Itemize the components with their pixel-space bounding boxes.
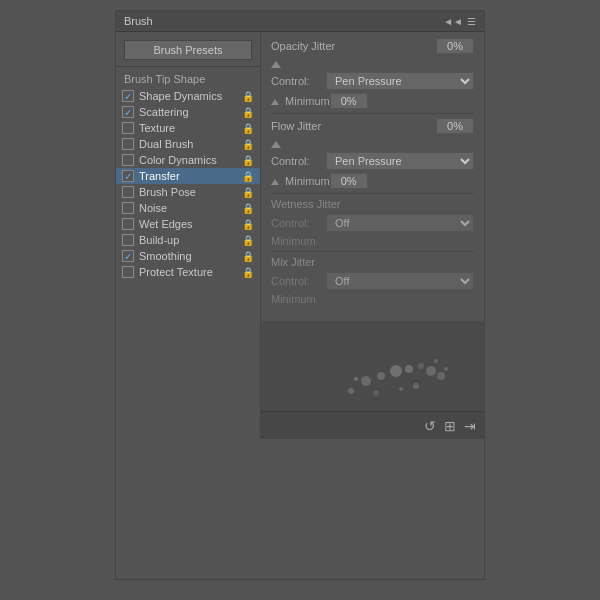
minimum-row-3: Minimum xyxy=(271,235,474,247)
item-label-dual-brush: Dual Brush xyxy=(139,138,193,150)
mix-jitter-row: Mix Jitter xyxy=(271,256,474,268)
lock-icon-brush-pose: 🔒 xyxy=(242,187,254,198)
flow-jitter-label: Flow Jitter xyxy=(271,120,436,132)
list-item[interactable]: ✓ Scattering 🔒 xyxy=(116,104,260,120)
svg-point-4 xyxy=(405,365,413,373)
checkbox-shape-dynamics[interactable]: ✓ xyxy=(122,90,134,102)
item-label-color-dynamics: Color Dynamics xyxy=(139,154,217,166)
bottom-icon-2[interactable]: ⊞ xyxy=(444,418,456,434)
minimum-label-2: Minimum xyxy=(271,175,330,187)
bottom-icon-1[interactable]: ↺ xyxy=(424,418,436,434)
panel-body: Brush Presets Brush Tip Shape ✓ Shape Dy… xyxy=(116,32,484,439)
checkbox-dual-brush[interactable] xyxy=(122,138,134,150)
lock-icon-smoothing: 🔒 xyxy=(242,251,254,262)
divider-3 xyxy=(271,251,474,252)
checkbox-color-dynamics[interactable] xyxy=(122,154,134,166)
item-label-brush-pose: Brush Pose xyxy=(139,186,196,198)
triangle-up-icon-1 xyxy=(271,61,281,68)
svg-point-10 xyxy=(373,390,379,396)
triangle-min-1 xyxy=(271,99,279,105)
checkbox-brush-pose[interactable] xyxy=(122,186,134,198)
panel-wrapper: Brush ◄◄ ☰ Brush Presets Brush Tip Shape… xyxy=(0,0,600,600)
svg-point-9 xyxy=(399,387,403,391)
item-label-transfer: Transfer xyxy=(139,170,180,182)
checkbox-smoothing[interactable]: ✓ xyxy=(122,250,134,262)
list-item-active[interactable]: ✓ Transfer 🔒 xyxy=(116,168,260,184)
section-arrow-2 xyxy=(271,138,474,149)
checkbox-build-up[interactable] xyxy=(122,234,134,246)
minimum-label-1: Minimum xyxy=(271,95,330,107)
minimum-input-2[interactable] xyxy=(330,173,368,189)
triangle-min-2 xyxy=(271,179,279,185)
svg-point-0 xyxy=(348,388,354,394)
list-item[interactable]: ✓ Smoothing 🔒 xyxy=(116,248,260,264)
lock-icon-wet-edges: 🔒 xyxy=(242,219,254,230)
svg-point-3 xyxy=(390,365,402,377)
minimum-row-1: Minimum xyxy=(271,93,474,109)
minimum-label-4: Minimum xyxy=(271,293,316,305)
collapse-icon[interactable]: ◄◄ xyxy=(443,16,463,27)
opacity-jitter-row: Opacity Jitter xyxy=(271,38,474,54)
checkbox-wet-edges[interactable] xyxy=(122,218,134,230)
control-select-4[interactable]: Off xyxy=(326,272,474,290)
panel-title: Brush xyxy=(124,15,153,27)
brush-preview-area xyxy=(261,321,484,411)
brush-presets-btn-wrap: Brush Presets xyxy=(116,32,260,67)
item-label-wet-edges: Wet Edges xyxy=(139,218,193,230)
list-item[interactable]: Wet Edges 🔒 xyxy=(116,216,260,232)
item-label-smoothing: Smoothing xyxy=(139,250,192,262)
item-label-build-up: Build-up xyxy=(139,234,179,246)
title-bar: Brush ◄◄ ☰ xyxy=(116,11,484,32)
panel-controls: ◄◄ ☰ xyxy=(443,16,476,27)
svg-point-7 xyxy=(437,372,445,380)
triangle-up-icon-2 xyxy=(271,141,281,148)
control-label-1: Control: xyxy=(271,75,326,87)
control-label-4: Control: xyxy=(271,275,326,287)
svg-point-11 xyxy=(354,377,358,381)
wetness-jitter-row: Wetness Jitter xyxy=(271,198,474,210)
divider-1 xyxy=(271,113,474,114)
list-item[interactable]: Protect Texture 🔒 xyxy=(116,264,260,280)
lock-icon-build-up: 🔒 xyxy=(242,235,254,246)
right-content: Opacity Jitter Control: Pen Pressure xyxy=(261,32,484,315)
list-item[interactable]: Color Dynamics 🔒 xyxy=(116,152,260,168)
item-label-shape-dynamics: Shape Dynamics xyxy=(139,90,222,102)
flow-jitter-input[interactable] xyxy=(436,118,474,134)
control-row-4: Control: Off xyxy=(271,272,474,290)
control-select-2[interactable]: Pen Pressure xyxy=(326,152,474,170)
control-row-2: Control: Pen Pressure xyxy=(271,152,474,170)
control-select-1[interactable]: Pen Pressure xyxy=(326,72,474,90)
minimum-row-4: Minimum xyxy=(271,293,474,305)
minimum-input-1[interactable] xyxy=(330,93,368,109)
menu-icon[interactable]: ☰ xyxy=(467,16,476,27)
checkbox-transfer[interactable]: ✓ xyxy=(122,170,134,182)
opacity-jitter-label: Opacity Jitter xyxy=(271,40,436,52)
lock-icon-color-dynamics: 🔒 xyxy=(242,155,254,166)
bottom-icon-3[interactable]: ⇥ xyxy=(464,418,476,434)
svg-point-8 xyxy=(413,383,419,389)
minimum-label-3: Minimum xyxy=(271,235,316,247)
checkbox-protect-texture[interactable] xyxy=(122,266,134,278)
flow-jitter-row: Flow Jitter xyxy=(271,118,474,134)
item-label-noise: Noise xyxy=(139,202,167,214)
opacity-jitter-input[interactable] xyxy=(436,38,474,54)
checkbox-noise[interactable] xyxy=(122,202,134,214)
list-item[interactable]: Texture 🔒 xyxy=(116,120,260,136)
svg-point-5 xyxy=(418,363,424,369)
checkbox-scattering[interactable]: ✓ xyxy=(122,106,134,118)
control-select-3[interactable]: Off xyxy=(326,214,474,232)
list-item[interactable]: Build-up 🔒 xyxy=(116,232,260,248)
svg-point-12 xyxy=(434,359,438,363)
control-row-1: Control: Pen Pressure xyxy=(271,72,474,90)
checkbox-texture[interactable] xyxy=(122,122,134,134)
brush-presets-button[interactable]: Brush Presets xyxy=(124,40,252,60)
section-arrow-1 xyxy=(271,58,474,69)
lock-icon-protect-texture: 🔒 xyxy=(242,267,254,278)
item-label-scattering: Scattering xyxy=(139,106,189,118)
list-item[interactable]: Brush Pose 🔒 xyxy=(116,184,260,200)
wetness-jitter-label: Wetness Jitter xyxy=(271,198,474,210)
list-item[interactable]: ✓ Shape Dynamics 🔒 xyxy=(116,88,260,104)
list-item[interactable]: Dual Brush 🔒 xyxy=(116,136,260,152)
list-item[interactable]: Noise 🔒 xyxy=(116,200,260,216)
lock-icon-noise: 🔒 xyxy=(242,203,254,214)
